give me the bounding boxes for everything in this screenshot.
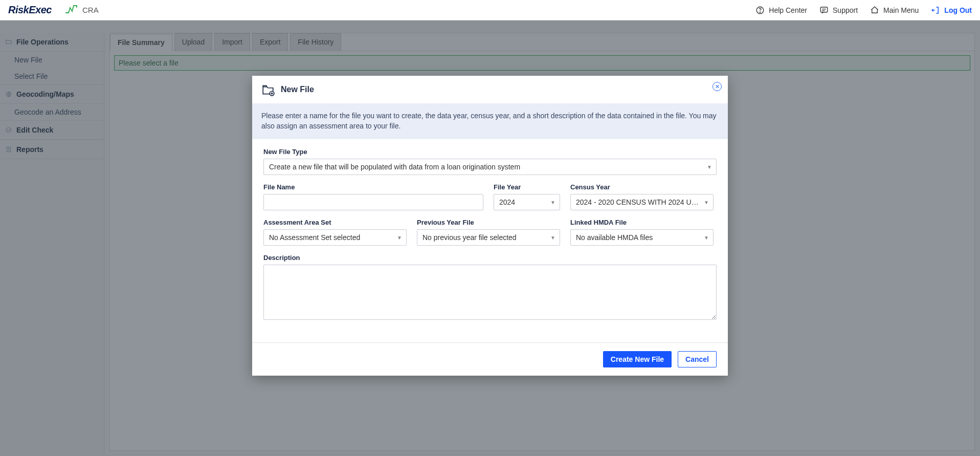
prev-year-file-select[interactable]: No previous year file selected ▼ xyxy=(417,229,560,246)
module-name: CRA xyxy=(82,6,99,14)
label-new-file-type: New File Type xyxy=(263,148,717,156)
logout-label: Log Out xyxy=(944,6,972,14)
chevron-down-icon: ▼ xyxy=(704,200,709,205)
label-linked-hmda: Linked HMDA File xyxy=(570,219,714,226)
chevron-down-icon: ▼ xyxy=(550,235,555,241)
assessment-set-select[interactable]: No Assessment Set selected ▼ xyxy=(263,229,407,246)
chevron-down-icon: ▼ xyxy=(550,200,555,205)
app-logo: RiskExec xyxy=(8,4,52,16)
label-description: Description xyxy=(263,254,717,262)
support-link[interactable]: Support xyxy=(819,6,858,15)
census-year-value: 2024 - 2020 CENSUS WITH 2024 UPDA… xyxy=(576,198,700,206)
new-file-modal: New File ✕ Please enter a name for the f… xyxy=(252,76,728,376)
chevron-down-icon: ▼ xyxy=(707,164,712,170)
cancel-button[interactable]: Cancel xyxy=(678,351,717,367)
prev-year-file-value: No previous year file selected xyxy=(422,233,517,242)
label-file-name: File Name xyxy=(263,183,483,191)
logout-link[interactable]: Log Out xyxy=(931,6,972,15)
file-name-input[interactable] xyxy=(263,194,483,210)
svg-rect-2 xyxy=(820,7,828,12)
chat-icon xyxy=(819,6,829,15)
support-label: Support xyxy=(833,6,858,14)
module-indicator: CRA xyxy=(65,5,99,15)
app-body: File Operations New File Select File Geo… xyxy=(0,20,980,456)
new-file-type-select[interactable]: Create a new file that will be populated… xyxy=(263,159,717,175)
file-year-value: 2024 xyxy=(499,198,515,206)
modal-body: New File Type Create a new file that wil… xyxy=(252,139,728,342)
new-file-icon xyxy=(261,83,275,96)
home-icon xyxy=(870,6,879,15)
description-textarea[interactable] xyxy=(263,265,717,320)
chevron-down-icon: ▼ xyxy=(704,235,709,241)
logo-text: RiskExec xyxy=(8,4,52,15)
label-prev-year-file: Previous Year File xyxy=(417,219,560,226)
create-new-file-button[interactable]: Create New File xyxy=(603,351,672,367)
help-center-link[interactable]: Help Center xyxy=(755,6,807,15)
census-year-select[interactable]: 2024 - 2020 CENSUS WITH 2024 UPDA… ▼ xyxy=(570,194,714,210)
modal-info-text: Please enter a name for the file you wan… xyxy=(252,104,728,139)
label-assessment-set: Assessment Area Set xyxy=(263,219,407,226)
topbar: RiskExec CRA Help Center Support Main Me… xyxy=(0,0,980,20)
modal-footer: Create New File Cancel xyxy=(252,342,728,376)
topbar-left: RiskExec CRA xyxy=(8,4,99,16)
help-icon xyxy=(755,6,765,15)
chevron-down-icon: ▼ xyxy=(397,235,402,241)
linked-hmda-value: No available HMDA files xyxy=(576,233,653,242)
modal-title: New File xyxy=(281,85,314,94)
help-center-label: Help Center xyxy=(769,6,807,14)
topbar-right: Help Center Support Main Menu Log Out xyxy=(755,6,972,15)
label-census-year: Census Year xyxy=(570,183,714,191)
linked-hmda-select[interactable]: No available HMDA files ▼ xyxy=(570,229,714,246)
new-file-type-value: Create a new file that will be populated… xyxy=(269,163,520,171)
assessment-set-value: No Assessment Set selected xyxy=(269,233,360,242)
modal-close-button[interactable]: ✕ xyxy=(712,82,722,91)
label-file-year: File Year xyxy=(494,183,560,191)
modal-header: New File ✕ xyxy=(252,76,728,104)
file-year-select[interactable]: 2024 ▼ xyxy=(494,194,560,210)
module-icon xyxy=(65,5,77,15)
main-menu-link[interactable]: Main Menu xyxy=(870,6,919,15)
close-icon: ✕ xyxy=(715,84,720,90)
logout-icon xyxy=(931,6,940,15)
main-menu-label: Main Menu xyxy=(883,6,919,14)
svg-point-1 xyxy=(760,12,761,12)
